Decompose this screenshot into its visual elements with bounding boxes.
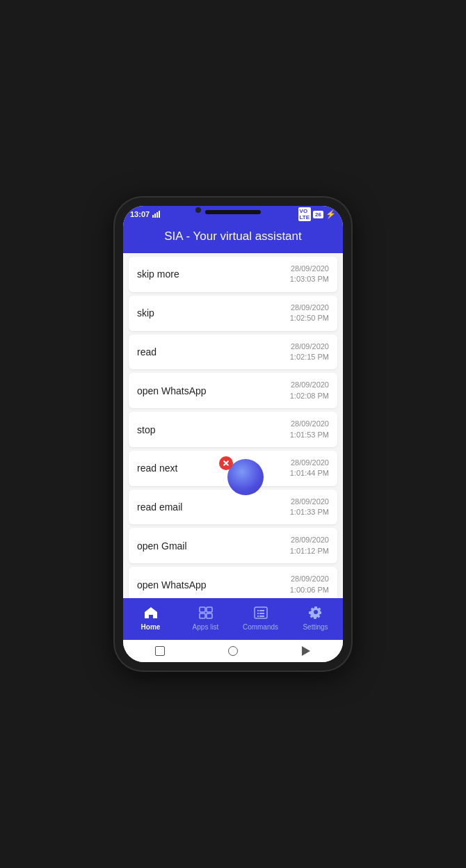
delete-button[interactable]: [219, 456, 233, 470]
timestamp-text: 28/09/20201:01:33 PM: [290, 497, 329, 518]
nav-commands-label: Commands: [243, 623, 278, 631]
list-item[interactable]: open WhatsApp 28/09/20201:00:06 PM: [129, 567, 337, 598]
nav-settings[interactable]: Settings: [288, 606, 343, 631]
nav-apps-label: Apps list: [193, 623, 219, 631]
read-next-wrapper: read next 28/09/20201:01:44 PM: [123, 451, 343, 486]
commands-icon: [253, 606, 268, 622]
nav-home[interactable]: Home: [123, 606, 178, 631]
bottom-nav: Home Apps list: [123, 598, 343, 640]
command-text: skip: [137, 307, 154, 319]
status-time: 13:07: [130, 210, 150, 218]
timestamp-text: 28/09/20201:02:50 PM: [290, 303, 329, 324]
nav-commands[interactable]: Commands: [233, 606, 288, 631]
nav-home-label: Home: [141, 623, 161, 631]
battery-badge: 26: [313, 211, 323, 218]
recent-apps-button[interactable]: [154, 645, 166, 657]
settings-icon: [308, 606, 323, 622]
signal-icon: [152, 211, 160, 218]
back-icon: [302, 646, 310, 656]
timestamp-text: 28/09/20201:01:44 PM: [290, 458, 329, 479]
list-item[interactable]: skip more 28/09/20201:03:03 PM: [129, 257, 337, 292]
home-button[interactable]: [227, 645, 239, 657]
timestamp-text: 28/09/20201:01:12 PM: [290, 535, 329, 556]
list-item[interactable]: stop 28/09/20201:01:53 PM: [129, 412, 337, 447]
status-right: VOLTE 26 ⚡: [298, 207, 336, 221]
list-item[interactable]: open WhatsApp 28/09/20201:02:08 PM: [129, 373, 337, 408]
timestamp-text: 28/09/20201:01:53 PM: [290, 419, 329, 440]
status-bar: 13:07 VOLTE 26 ⚡: [123, 206, 343, 223]
timestamp-text: 28/09/20201:03:03 PM: [290, 264, 329, 285]
list-item[interactable]: read 28/09/20201:02:15 PM: [129, 335, 337, 370]
camera-dot: [195, 207, 201, 213]
app-title: SIA - Your virtual assistant: [134, 230, 332, 243]
status-left: 13:07: [130, 210, 160, 218]
home-icon: [143, 606, 159, 622]
app-header: SIA - Your virtual assistant: [123, 223, 343, 253]
svg-rect-2: [200, 613, 205, 618]
command-text: read email: [137, 501, 182, 513]
recent-apps-icon: [155, 646, 165, 656]
apps-list-icon: [198, 606, 214, 622]
command-text: open WhatsApp: [137, 579, 207, 590]
timestamp-text: 28/09/20201:00:06 PM: [290, 574, 329, 595]
list-item[interactable]: read email 28/09/20201:01:33 PM: [129, 490, 337, 525]
charging-icon: ⚡: [326, 209, 336, 219]
timestamp-text: 28/09/20201:02:15 PM: [290, 341, 329, 363]
command-text: open WhatsApp: [137, 385, 207, 396]
list-item[interactable]: skip 28/09/20201:02:50 PM: [129, 296, 337, 331]
phone-device: 13:07 VOLTE 26 ⚡ SIA - Your virtual assi…: [115, 198, 351, 670]
phone-screen: 13:07 VOLTE 26 ⚡ SIA - Your virtual assi…: [123, 206, 343, 662]
history-content[interactable]: skip more 28/09/20201:03:03 PM skip 28/0…: [123, 253, 343, 598]
back-button[interactable]: [300, 645, 312, 657]
command-text: read next: [137, 463, 177, 474]
svg-rect-3: [207, 613, 212, 618]
command-text: open Gmail: [137, 540, 187, 552]
timestamp-text: 28/09/20201:02:08 PM: [290, 380, 329, 401]
home-system-icon: [228, 646, 238, 656]
vo-lte-icon: VOLTE: [298, 207, 312, 221]
svg-rect-1: [207, 607, 212, 612]
command-text: skip more: [137, 268, 179, 280]
nav-apps-list[interactable]: Apps list: [178, 606, 233, 631]
speaker-notch: [205, 210, 261, 214]
system-nav-bar: [123, 640, 343, 662]
command-text: read: [137, 346, 156, 357]
command-text: stop: [137, 424, 155, 435]
nav-settings-label: Settings: [303, 623, 328, 631]
history-list: skip more 28/09/20201:03:03 PM skip 28/0…: [123, 257, 343, 598]
svg-rect-0: [200, 607, 205, 612]
list-item[interactable]: open Gmail 28/09/20201:01:12 PM: [129, 528, 337, 563]
